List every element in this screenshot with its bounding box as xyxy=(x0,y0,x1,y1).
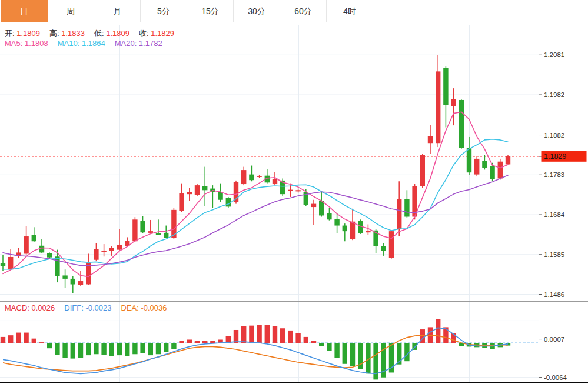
readout-label: 收: xyxy=(139,29,149,38)
macd-histogram-bar xyxy=(210,341,215,343)
ma-row-item: MA20: 1.1782 xyxy=(115,39,162,48)
macd-row-item: DIFF: -0.0023 xyxy=(64,303,111,312)
candle-body xyxy=(467,148,471,172)
candle-body xyxy=(78,281,83,285)
candle-wick xyxy=(313,200,314,225)
macd-row-item: DEA: -0.0036 xyxy=(121,303,167,312)
candle-body xyxy=(482,161,487,168)
candle-body xyxy=(71,279,75,285)
ohlc-row-item: 开: 1.1809 xyxy=(5,28,40,39)
macd-histogram-bar xyxy=(47,343,52,348)
readout-label: 开: xyxy=(5,29,15,38)
macd-histogram-bar xyxy=(187,339,192,343)
macd-histogram-bar xyxy=(148,343,153,355)
candle-body xyxy=(420,155,425,186)
readout-label: MA5: xyxy=(5,39,22,48)
macd-histogram-bar xyxy=(140,343,145,353)
macd-histogram-bar xyxy=(436,319,440,343)
candle-body xyxy=(350,222,355,239)
macd-histogram-bar xyxy=(288,331,293,343)
macd-histogram-bar xyxy=(39,342,44,343)
macd-histogram-bar xyxy=(319,343,324,346)
candle-body xyxy=(257,176,261,177)
candle-body xyxy=(327,213,331,219)
ma-row-item: MA10: 1.1864 xyxy=(58,39,105,48)
macd-histogram-bar xyxy=(327,343,331,351)
candle-body xyxy=(39,246,44,253)
macd-readout: MACD: 0.0026DIFF: -0.0023DEA: -0.0036 xyxy=(5,303,177,312)
time-axis-line xyxy=(0,382,588,383)
readout-value: 0.0026 xyxy=(29,303,55,312)
current-price-tag-label: 1.1829 xyxy=(544,152,566,161)
readout-label: DIFF: xyxy=(64,303,84,312)
ma-readout: MA5: 1.1808MA10: 1.1864MA20: 1.1782 xyxy=(5,39,172,48)
macd-histogram-bar xyxy=(304,337,308,343)
candle-body xyxy=(101,251,106,252)
candle-body xyxy=(1,263,5,266)
candle-body xyxy=(117,245,122,249)
macd-histogram-bar xyxy=(171,343,176,349)
candlestick-chart-canvas[interactable]: 1.20811.19821.18821.17831.16841.15851.14… xyxy=(0,0,588,387)
candle-body xyxy=(241,170,246,184)
price-axis-label: 1.2081 xyxy=(544,51,564,58)
macd-histogram-bar xyxy=(234,330,238,343)
readout-value: 1.1809 xyxy=(15,29,40,38)
candle-body xyxy=(8,257,13,269)
macd-histogram-bar xyxy=(78,343,83,358)
price-axis-label: 1.1982 xyxy=(544,91,564,98)
macd-axis-label: -0.0064 xyxy=(544,374,567,381)
candle-body xyxy=(24,236,28,253)
readout-value: 1.1782 xyxy=(137,39,162,48)
candle-body xyxy=(490,166,494,179)
candle-body xyxy=(334,219,339,226)
ohlc-row-item: 低: 1.1809 xyxy=(94,28,129,39)
candle-wick xyxy=(368,224,369,235)
macd-histogram-bar xyxy=(350,343,355,366)
candle-body xyxy=(366,231,370,232)
macd-histogram-bar xyxy=(257,325,261,343)
macd-histogram-bar xyxy=(311,341,316,343)
price-axis-label: 1.1585 xyxy=(544,251,564,258)
candle-body xyxy=(62,275,67,278)
macd-histogram-bar xyxy=(334,343,339,358)
macd-row-item: MACD: 0.0026 xyxy=(5,303,55,312)
macd-histogram-bar xyxy=(16,333,21,343)
candle-body xyxy=(109,248,114,251)
readout-value: -0.0036 xyxy=(139,303,167,312)
ohlc-readout: 开: 1.1809高: 1.1833低: 1.1809收: 1.1829 xyxy=(5,28,184,39)
readout-value: 1.1864 xyxy=(79,39,105,48)
readout-value: 1.1833 xyxy=(59,29,85,38)
candle-body xyxy=(94,249,98,259)
macd-histogram-bar xyxy=(280,328,285,343)
macd-histogram-bar xyxy=(404,343,409,361)
candle-body xyxy=(397,199,401,229)
macd-axis-label: 0.0007 xyxy=(544,336,564,343)
macd-histogram-bar xyxy=(109,343,114,356)
candle-body xyxy=(187,192,192,194)
macd-histogram-bar xyxy=(101,343,106,355)
macd-histogram-bar xyxy=(164,343,168,352)
macd-histogram-bar xyxy=(343,343,347,364)
candle-body xyxy=(164,233,168,238)
readout-value: 1.1809 xyxy=(104,29,129,38)
macd-histogram-bar xyxy=(125,343,129,356)
candle-body xyxy=(381,246,386,251)
readout-label: DEA: xyxy=(121,303,138,312)
macd-histogram-bar xyxy=(241,326,246,343)
candle-body xyxy=(451,99,456,106)
ma10-line xyxy=(3,139,508,269)
macd-histogram-bar xyxy=(1,337,5,343)
candle-body xyxy=(32,235,36,241)
candle-body xyxy=(273,179,277,184)
macd-histogram-bar xyxy=(156,343,161,354)
candle-body xyxy=(148,231,153,233)
price-axis-label: 1.1486 xyxy=(544,291,564,298)
macd-histogram-bar xyxy=(55,343,59,355)
macd-histogram-bar xyxy=(62,343,67,358)
candle-body xyxy=(156,233,161,235)
candle-body xyxy=(132,219,137,241)
candle-wick xyxy=(453,88,454,125)
readout-label: 高: xyxy=(49,29,59,38)
readout-label: MACD: xyxy=(5,303,29,312)
macd-histogram-bar xyxy=(202,341,207,343)
